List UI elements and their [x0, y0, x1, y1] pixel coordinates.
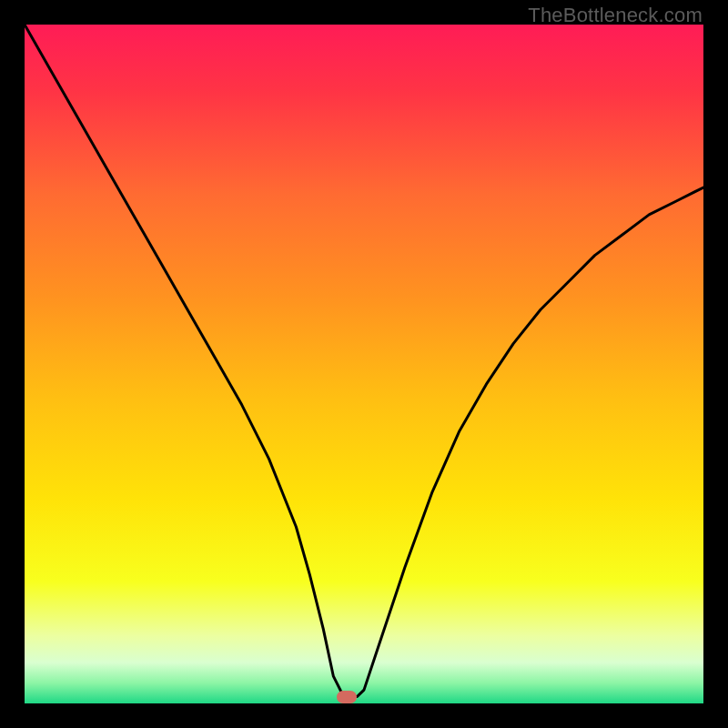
- bottleneck-curve: [25, 25, 703, 703]
- plot-area: [25, 25, 703, 703]
- watermark-text: TheBottleneck.com: [528, 4, 703, 27]
- curve-path: [25, 25, 703, 697]
- chart-frame: TheBottleneck.com: [0, 0, 728, 728]
- optimal-point-marker: [337, 691, 357, 703]
